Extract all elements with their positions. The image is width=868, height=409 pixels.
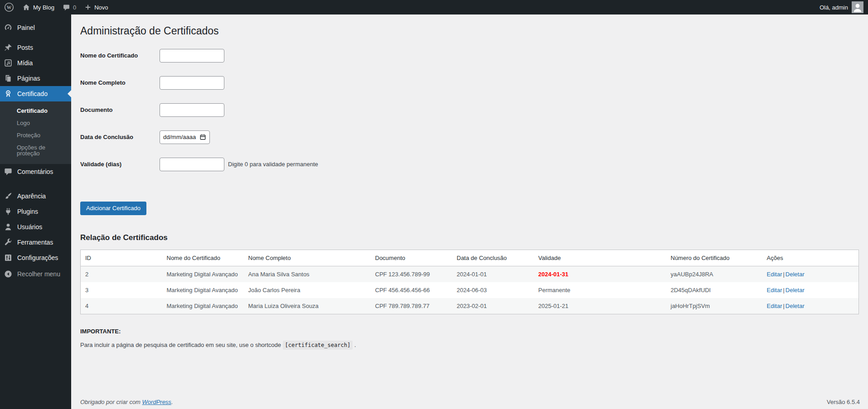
comments-icon (4, 167, 13, 176)
column-header-full-name: Nome Completo (244, 250, 371, 266)
certificate-name-input[interactable] (160, 49, 224, 63)
completion-date-input[interactable]: dd/mm/aaaa (160, 130, 210, 144)
table-heading: Relação de Certificados (80, 233, 859, 242)
home-icon (22, 3, 30, 11)
document-input[interactable] (160, 103, 224, 117)
wordpress-logo-icon: W (4, 2, 14, 12)
shortcode-instruction: Para incluir a página de pesquisa de cer… (80, 342, 859, 348)
award-ribbon-icon (4, 89, 13, 98)
cell-id: 3 (81, 282, 162, 298)
user-icon (4, 222, 13, 231)
submenu-item-protecao[interactable]: Proteção (0, 129, 71, 141)
validity-days-input[interactable] (160, 158, 224, 171)
comments-count: 0 (73, 4, 76, 11)
menu-separator (0, 35, 71, 40)
sidebar-item-plugins[interactable]: Plugins (0, 204, 71, 219)
admin-bar-left: W My Blog 0 (0, 0, 112, 14)
cell-completion-date: 2024-01-01 (452, 266, 534, 282)
comments-bubble-item[interactable]: 0 (58, 0, 80, 14)
sidebar-item-midia[interactable]: Mídia (0, 55, 71, 71)
avatar (852, 1, 863, 13)
calendar-icon (199, 134, 206, 140)
cell-id: 2 (81, 266, 162, 282)
edit-link[interactable]: Editar (767, 303, 782, 309)
table-row: 3 Marketing Digital Avançado João Carlos… (81, 282, 859, 298)
sidebar-item-ferramentas[interactable]: Ferramentas (0, 235, 71, 250)
cell-document: CPF 456.456.456-66 (371, 282, 452, 298)
sidebar-item-paginas[interactable]: Páginas (0, 71, 71, 86)
full-name-input[interactable] (160, 76, 224, 90)
column-header-actions: Ações (762, 250, 859, 266)
edit-link[interactable]: Editar (767, 271, 782, 278)
footer-thanks: Obrigado por criar com WordPress. (80, 399, 173, 405)
cell-certificate-name: Marketing Digital Avançado (162, 282, 244, 298)
wordpress-menu-item[interactable]: W (0, 0, 18, 14)
validity-value: 2025-01-21 (538, 303, 569, 309)
pushpin-icon (4, 43, 13, 52)
cell-full-name: João Carlos Pereira (244, 282, 371, 298)
sidebar-item-label: Ferramentas (17, 239, 53, 246)
form-row: Nome do Certificado (80, 49, 859, 63)
svg-text:W: W (7, 5, 12, 10)
plug-icon (4, 207, 13, 216)
sidebar-item-label: Usuários (17, 223, 42, 231)
sidebar: Painel Posts Mídia Páginas (0, 14, 71, 409)
wordpress-link[interactable]: WordPress (142, 399, 171, 405)
sidebar-item-label: Mídia (17, 59, 33, 67)
document-label: Documento (80, 106, 160, 113)
column-header-certificate-number: Número do Certificado (666, 250, 762, 266)
sidebar-item-usuarios[interactable]: Usuários (0, 219, 71, 235)
submenu-item-certificado[interactable]: Certificado (0, 105, 71, 117)
sidebar-item-label: Comentários (17, 168, 53, 175)
greeting-label: Olá, admin (820, 4, 848, 11)
cell-validity: 2025-01-21 (534, 298, 666, 314)
form-row: Data de Conclusão dd/mm/aaaa (80, 130, 859, 144)
cell-id: 4 (81, 298, 162, 314)
add-certificate-form: Nome do Certificado Nome Completo Docume… (80, 49, 859, 215)
menu-separator (0, 179, 71, 188)
sidebar-item-configuracoes[interactable]: Configurações (0, 250, 71, 265)
delete-link[interactable]: Deletar (786, 271, 805, 278)
cell-completion-date: 2024-06-03 (452, 282, 534, 298)
cell-actions: Editar|Deletar (762, 282, 859, 298)
sidebar-item-label: Páginas (17, 75, 40, 82)
new-content-item[interactable]: Novo (80, 0, 112, 14)
sidebar-item-comentarios[interactable]: Comentários (0, 164, 71, 179)
add-certificate-button[interactable]: Adicionar Certificado (80, 202, 146, 215)
footer-version: Versão 6.5.4 (827, 399, 860, 405)
submenu-item-opcoes-de-protecao[interactable]: Opções de proteção (0, 141, 71, 159)
edit-link[interactable]: Editar (767, 287, 782, 294)
sidebar-item-label: Aparência (17, 192, 46, 200)
comment-bubble-icon (63, 4, 70, 11)
settings-sliders-icon (4, 253, 13, 262)
delete-link[interactable]: Deletar (786, 303, 805, 309)
table-row: 2 Marketing Digital Avançado Ana Maria S… (81, 266, 859, 282)
account-menu-item[interactable]: Olá, admin (815, 1, 868, 13)
cell-actions: Editar|Deletar (762, 298, 859, 314)
plus-icon (84, 4, 92, 11)
new-label: Novo (94, 4, 108, 11)
cell-validity: 2024-01-31 (534, 266, 666, 282)
sidebar-item-certificado[interactable]: Certificado (0, 86, 71, 101)
sidebar-item-label: Painel (17, 24, 35, 31)
cell-full-name: Ana Maria Silva Santos (244, 266, 371, 282)
sidebar-item-label: Certificado (17, 90, 48, 97)
admin-bar: W My Blog 0 (0, 0, 868, 14)
column-header-certificate-name: Nome do Certificado (162, 250, 244, 266)
sidebar-item-painel[interactable]: Painel (0, 20, 71, 35)
full-name-label: Nome Completo (80, 79, 160, 86)
table-row: 4 Marketing Digital Avançado Maria Luiza… (81, 298, 859, 314)
column-header-document: Documento (371, 250, 452, 266)
site-name-item[interactable]: My Blog (18, 0, 58, 14)
collapse-menu-button[interactable]: Recolher menu (0, 266, 71, 282)
shortcode-snippet: [certificate_search] (283, 341, 353, 350)
sidebar-item-aparencia[interactable]: Aparência (0, 188, 71, 204)
main-content: Administração de Certificados Nome do Ce… (71, 14, 868, 409)
submenu-item-logo[interactable]: Logo (0, 117, 71, 129)
cell-document: CPF 123.456.789-99 (371, 266, 452, 282)
cell-certificate-number: jaHoHrTpjSVm (666, 298, 762, 314)
cell-certificate-number: yaAUBp24J8RA (666, 266, 762, 282)
sidebar-item-posts[interactable]: Posts (0, 40, 71, 55)
cell-validity: Permanente (534, 282, 666, 298)
delete-link[interactable]: Deletar (786, 287, 805, 294)
